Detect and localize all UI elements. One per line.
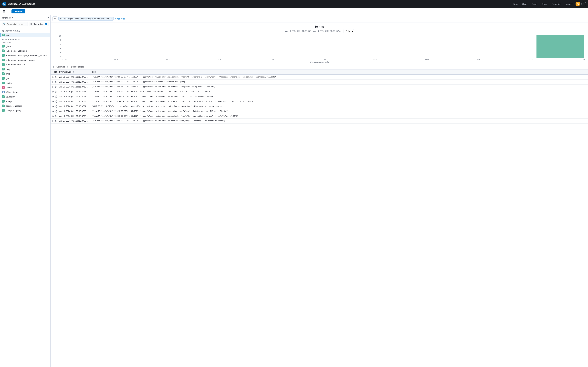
hamburger-menu-button[interactable]: ☰ xyxy=(2,9,6,14)
open-button[interactable]: Open xyxy=(530,2,539,6)
table-row[interactable]: ▶ Mar 16, 2024 @ 21:55:15.8766... {"leve… xyxy=(51,114,588,119)
field-name-label: _score xyxy=(6,86,12,89)
expand-row-icon[interactable]: ▶ xyxy=(52,95,54,98)
popular-title: Popular xyxy=(0,41,50,44)
field-item[interactable]: f _id xyxy=(0,76,50,81)
table-row[interactable]: ▶ Mar 16, 2024 @ 21:55:15.8762... {"leve… xyxy=(51,89,588,94)
x-label-2125: 21:25 xyxy=(270,58,274,60)
field-type-icon: f xyxy=(2,109,5,112)
field-name-label: kubernetes.namespace_name xyxy=(6,59,35,61)
expand-row-icon[interactable]: ▶ xyxy=(52,110,54,112)
x-label-2120: 21:20 xyxy=(218,58,222,60)
svg-point-15 xyxy=(56,96,56,97)
y-label-8: 8 xyxy=(60,39,61,41)
inspect-row-icon[interactable] xyxy=(55,105,57,108)
save-button[interactable]: Save xyxy=(521,2,529,6)
info-icon[interactable]: ? xyxy=(581,2,586,6)
expand-row-icon[interactable]: ▶ xyxy=(52,76,54,78)
time-column-header[interactable]: ↑ Time (@timestamp) ▾ xyxy=(51,69,90,75)
avatar[interactable]: m xyxy=(576,2,580,6)
sort-button[interactable]: 1 fields sorted xyxy=(71,66,84,68)
popular-field-item[interactable]: f msg xyxy=(0,67,50,71)
inspect-row-icon[interactable] xyxy=(55,91,57,93)
field-item[interactable]: f accept xyxy=(0,99,50,104)
expand-row-icon[interactable]: ▶ xyxy=(52,105,54,108)
svg-point-30 xyxy=(56,121,56,121)
active-filter-tag[interactable]: kubernetes.pod_name: redis-manager-567dd… xyxy=(58,17,113,21)
chart-bar xyxy=(536,35,584,58)
x-label-2130: 21:30 xyxy=(321,58,326,60)
expand-row-icon[interactable]: ▶ xyxy=(52,115,54,117)
field-name-label: kubernetes.pod_name xyxy=(6,63,27,66)
svg-point-27 xyxy=(56,116,56,116)
field-item[interactable]: f accept_language xyxy=(0,108,50,113)
expand-row-icon[interactable]: ▶ xyxy=(52,120,54,122)
field-item[interactable]: f _index xyxy=(0,81,50,85)
add-filter-button[interactable]: + Add filter xyxy=(115,17,125,20)
expand-row-icon[interactable]: ▶ xyxy=(52,81,54,83)
log-column-header[interactable]: log ▾ xyxy=(90,69,588,75)
new-button[interactable]: New xyxy=(512,2,519,6)
inspect-row-icon[interactable] xyxy=(55,81,57,83)
filter-remove-button[interactable]: ✕ xyxy=(110,17,112,20)
refresh-button[interactable]: ↻ xyxy=(52,17,57,21)
home-icon: ⌂ xyxy=(8,10,9,13)
inspect-row-icon[interactable] xyxy=(55,76,57,78)
popular-field-item[interactable]: f kubernetes.namespace_name xyxy=(0,58,50,62)
svg-rect-22 xyxy=(56,107,57,107)
table-row[interactable]: ▶ Mar 16, 2024 @ 21:55:15.8763... {"leve… xyxy=(51,99,588,104)
popular-field-item[interactable]: f kubernetes.labels.app_kubernetes_io/na… xyxy=(0,53,50,58)
popular-field-item[interactable]: f _type xyxy=(0,44,50,49)
table-row[interactable]: ▶ Mar 16, 2024 @ 21:55:15.8756... {"leve… xyxy=(51,79,588,84)
opensearch-logo-icon: OS xyxy=(2,2,7,6)
inspect-row-icon[interactable] xyxy=(55,86,57,88)
svg-rect-31 xyxy=(56,121,57,122)
app-logo[interactable]: OS OpenSearch Dashboards xyxy=(2,2,35,6)
expand-row-icon[interactable]: ▶ xyxy=(52,91,54,93)
columns-button[interactable]: Columns xyxy=(56,66,65,68)
field-type-icon: f xyxy=(2,68,5,70)
popular-field-item[interactable]: f kubernetes.pod_name xyxy=(0,62,50,67)
discover-button[interactable]: Discover xyxy=(11,9,25,13)
inspect-row-icon[interactable] xyxy=(55,115,57,117)
field-item[interactable]: f @version xyxy=(0,94,50,99)
table-row[interactable]: ▶ Mar 16, 2024 @ 21:55:15.8766... {"leve… xyxy=(51,119,588,124)
field-type-icon: f xyxy=(2,59,5,61)
inspect-row-icon[interactable] xyxy=(55,96,57,98)
field-name-label: kubernetes.labels.app xyxy=(6,50,27,52)
timestamp-cell: ▶ Mar 16, 2024 @ 21:55:15.8764... xyxy=(51,104,90,109)
selected-field-item[interactable]: f log xyxy=(0,33,50,37)
time-column-label: Time (@timestamp) xyxy=(54,71,72,73)
auto-interval-select[interactable]: Auto xyxy=(344,29,354,33)
table-row[interactable]: ▶ Mar 16, 2024 @ 21:55:15.8755... {"leve… xyxy=(51,75,588,79)
home-button[interactable]: ⌂ xyxy=(7,9,10,14)
inspect-row-icon[interactable] xyxy=(55,110,57,113)
field-item[interactable]: f accept_encoding xyxy=(0,104,50,108)
popular-field-item[interactable]: f kubernetes.labels.app xyxy=(0,49,50,53)
field-item[interactable]: ⏱ @timestamp xyxy=(0,90,50,94)
table-row[interactable]: ▶ Mar 16, 2024 @ 21:55:15.8762... {"leve… xyxy=(51,84,588,89)
results-toolbar: ⊞ Columns ⇅ 1 fields sorted xyxy=(51,64,588,69)
svg-point-9 xyxy=(56,86,56,87)
table-row[interactable]: ▶ Mar 16, 2024 @ 21:55:15.8764... I0317 … xyxy=(51,104,588,109)
search-field-input[interactable] xyxy=(7,23,26,25)
log-column-label: log xyxy=(92,71,95,73)
chart-container: 10 8 6 4 2 0 21:05 21:10 21:15 21:20 xyxy=(54,35,585,61)
inspect-row-icon[interactable] xyxy=(55,120,57,122)
field-type-icon: f xyxy=(2,54,5,57)
inspect-button[interactable]: Inspect xyxy=(564,2,574,6)
table-row[interactable]: ▶ Mar 16, 2024 @ 21:55:15.8765... {"leve… xyxy=(51,109,588,114)
reporting-button[interactable]: Reporting xyxy=(550,2,563,6)
table-row[interactable]: ▶ Mar 16, 2024 @ 21:55:15.8763... {"leve… xyxy=(51,94,588,99)
expand-row-icon[interactable]: ▶ xyxy=(52,100,54,103)
filter-by-type-button[interactable]: ⚙ Filter by type 3 xyxy=(29,22,49,26)
search-field-box[interactable]: 🔍 xyxy=(2,22,28,26)
timestamp-cell: ▶ Mar 16, 2024 @ 21:55:15.8762... xyxy=(51,84,90,89)
sidebar: containers-* ▾ 🔍 ⚙ Filter by type 3 Sele… xyxy=(0,15,51,367)
index-pattern-selector[interactable]: containers-* ▾ xyxy=(0,15,50,20)
popular-field-item[interactable]: f type xyxy=(0,71,50,76)
inspect-row-icon[interactable] xyxy=(55,100,57,103)
share-button[interactable]: Share xyxy=(540,2,549,6)
expand-row-icon[interactable]: ▶ xyxy=(52,86,54,88)
field-item[interactable]: # _score xyxy=(0,85,50,90)
